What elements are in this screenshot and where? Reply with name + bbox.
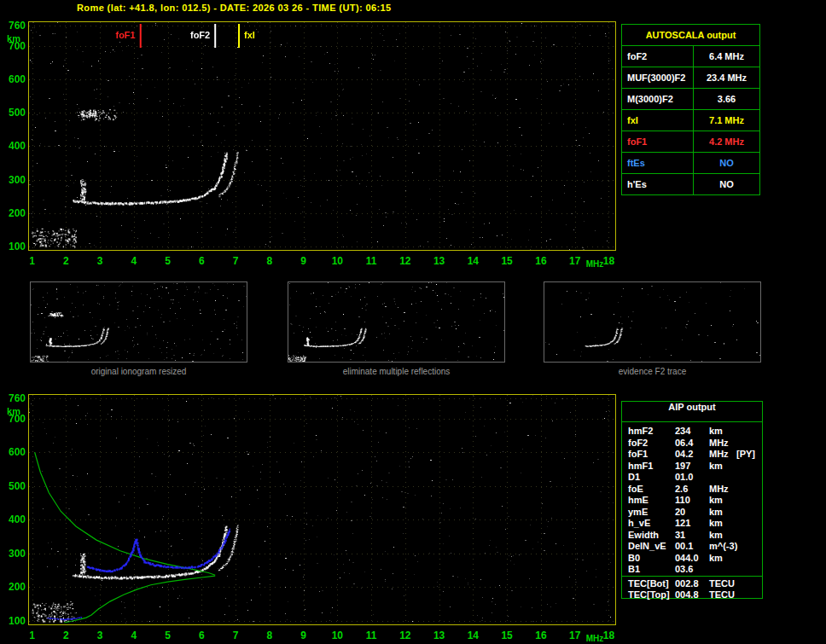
y-tick-label: 300 [2, 548, 26, 560]
param-label: h'Es [622, 174, 694, 195]
param-label: hmF2 [628, 426, 675, 438]
param-extra [736, 578, 762, 590]
thumbnail-evidence-f2-trace: evidence F2 trace [544, 281, 761, 363]
x-tick-label: 2 [56, 255, 75, 267]
x-tick-label: 7 [226, 255, 245, 267]
param-value: 234 [675, 426, 709, 438]
param-unit [709, 564, 736, 576]
x-tick-label: 6 [192, 629, 211, 641]
x-tick-label: 4 [125, 255, 143, 267]
x-tick-label: 12 [396, 629, 415, 641]
param-extra [736, 472, 762, 484]
y-tick-label: 400 [2, 140, 26, 152]
x-tick-label: 11 [362, 255, 381, 267]
table-row: M(3000)F2 3.66 [622, 89, 760, 110]
aip-table-title: AIP output [622, 402, 762, 422]
x-tick-label: 9 [294, 629, 313, 641]
autoscala-table-title: AUTOSCALA output [622, 25, 760, 46]
aip-row: hmE 110 km [622, 495, 762, 507]
param-value: 197 [675, 461, 709, 473]
param-extra [736, 518, 762, 530]
param-label: foF1 [622, 131, 694, 153]
param-label: B0 [628, 553, 675, 565]
param-value: 01.0 [675, 472, 709, 484]
param-label: ftEs [622, 153, 694, 174]
param-value: 002.8 [675, 578, 709, 590]
aip-row: hmF2 234 km [622, 426, 762, 438]
thumbnail-caption: evidence F2 trace [544, 367, 760, 376]
table-row: MUF(3000)F2 23.4 MHz [622, 67, 760, 89]
x-tick-label: 13 [430, 255, 449, 267]
y-tick-label: 600 [2, 446, 26, 458]
y-tick-label: 100 [2, 615, 26, 627]
marker-label-foF1: foF1 [115, 30, 135, 40]
thumbnail-caption: eliminate multiple reflections [288, 367, 504, 376]
param-extra [736, 530, 762, 542]
x-tick-label: 3 [90, 629, 109, 641]
thumbnail-eliminate-reflections: eliminate multiple reflections [288, 281, 505, 363]
x-tick-label: 8 [260, 255, 279, 267]
x-tick-label: 14 [463, 629, 482, 641]
y-tick-label: 500 [2, 480, 26, 492]
param-label: foE [628, 484, 675, 496]
param-value: 03.6 [675, 564, 709, 576]
param-unit: km [709, 507, 736, 519]
page-title: Rome (lat: +41.8, lon: 012.5) - DATE: 20… [77, 3, 392, 13]
x-tick-label: 5 [159, 255, 177, 267]
aip-row: foE 2.6 MHz [622, 484, 762, 496]
y-axis-unit: km [3, 406, 20, 416]
aip-row: ymE 20 km [622, 507, 762, 519]
param-value: 044.0 [675, 553, 709, 565]
top-ionogram-canvas [29, 22, 615, 250]
x-tick-label: 6 [192, 255, 211, 267]
param-label: ymE [628, 507, 675, 519]
param-label: foF2 [628, 438, 675, 450]
y-tick-label: 500 [2, 107, 26, 119]
x-tick-label: 17 [566, 255, 585, 267]
y-tick-label: 760 [2, 20, 26, 32]
y-tick-label: 760 [2, 392, 26, 404]
top-ionogram-plot: foF1foF2fxI [28, 21, 616, 251]
param-extra [736, 426, 762, 438]
param-unit: MHz [709, 438, 736, 450]
param-unit: km [709, 461, 736, 473]
marker-label-foF2: foF2 [190, 30, 210, 40]
param-value: 31 [675, 530, 709, 542]
param-value: 6.4 MHz [694, 46, 760, 67]
table-row: foF1 4.2 MHz [622, 131, 760, 153]
param-label: h_vE [628, 518, 675, 530]
param-value: 4.2 MHz [694, 131, 760, 153]
x-tick-label: 16 [532, 629, 550, 641]
table-row: foF2 6.4 MHz [622, 46, 760, 67]
x-tick-label: 4 [125, 629, 143, 641]
param-label: foF2 [622, 46, 694, 67]
param-extra [736, 461, 762, 473]
y-tick-label: 200 [2, 207, 26, 219]
param-value: 121 [675, 518, 709, 530]
marker-label-fxI: fxI [244, 30, 255, 40]
table-row: h'Es NO [622, 174, 760, 195]
param-unit [709, 472, 736, 484]
aip-tec-row: TEC[Bot] 002.8 TECU [622, 578, 762, 590]
x-tick-label: 10 [328, 629, 346, 641]
param-extra [736, 507, 762, 519]
bottom-ionogram-canvas [29, 395, 615, 624]
param-label: DelN_vE [628, 541, 675, 553]
thumbnail-original-ionogram: original ionogram resized [30, 281, 247, 363]
param-unit: km [709, 495, 736, 507]
param-extra: [PY] [736, 449, 762, 461]
param-label: foF1 [628, 449, 675, 461]
param-extra [736, 564, 762, 576]
x-tick-label: 1 [23, 629, 42, 641]
aip-rows: hmF2 234 km foF2 06.4 MHz foF1 04.2 MHz … [622, 422, 762, 576]
table-row: fxI 7.1 MHz [622, 110, 760, 131]
aip-row: foF2 06.4 MHz [622, 438, 762, 450]
param-unit: km [709, 553, 736, 565]
aip-tec-row: TEC[Top] 004.8 TECU [622, 589, 762, 601]
param-value: 00.1 [675, 541, 709, 553]
param-value: 110 [675, 495, 709, 507]
param-label: TEC[Top] [628, 589, 675, 601]
aip-row: hmF1 197 km [622, 461, 762, 473]
x-tick-label: 15 [497, 629, 516, 641]
param-value: NO [694, 153, 760, 174]
